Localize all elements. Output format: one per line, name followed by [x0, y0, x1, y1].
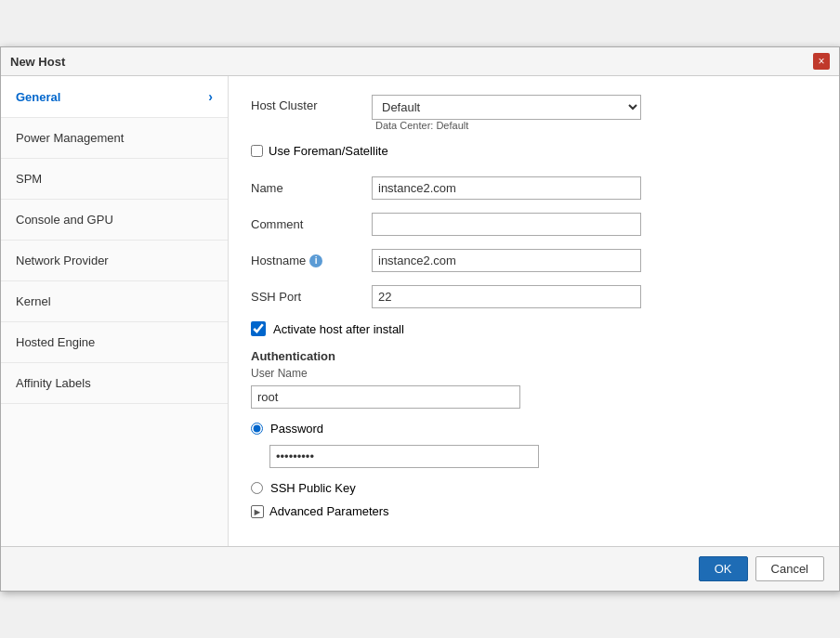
password-input-row [269, 445, 817, 468]
sidebar-item-label-console-gpu: Console and GPU [16, 213, 113, 227]
sidebar-item-label-affinity-labels: Affinity Labels [16, 376, 91, 390]
chevron-right-icon: › [208, 89, 213, 104]
ssh-port-row: SSH Port [251, 285, 817, 308]
foreman-row: Use Foreman/Satellite [251, 144, 817, 158]
ok-button[interactable]: OK [699, 556, 748, 581]
comment-input[interactable] [372, 213, 641, 236]
password-field [269, 445, 539, 468]
advanced-params-label[interactable]: Advanced Parameters [269, 504, 389, 518]
sidebar-item-spm[interactable]: SPM [1, 159, 228, 200]
data-center-info: Data Center: Default [375, 120, 641, 131]
username-label: User Name [251, 367, 817, 380]
hostname-input[interactable] [372, 249, 641, 272]
host-cluster-row: Host Cluster Default Data Center: Defaul… [251, 95, 817, 131]
password-input[interactable] [269, 445, 539, 468]
cancel-button[interactable]: Cancel [755, 556, 824, 581]
advanced-params-row: ► Advanced Parameters [251, 504, 817, 518]
close-button[interactable]: × [813, 53, 830, 70]
use-foreman-checkbox[interactable] [251, 145, 263, 157]
dialog-body: General › Power Management SPM Console a… [1, 76, 839, 546]
sidebar-item-label-network-provider: Network Provider [16, 254, 109, 267]
sidebar-item-network-provider[interactable]: Network Provider [1, 241, 228, 281]
comment-row: Comment [251, 213, 817, 236]
sidebar-item-label-kernel: Kernel [16, 294, 51, 308]
name-label: Name [251, 181, 372, 195]
activate-host-checkbox[interactable] [251, 321, 266, 336]
authentication-title: Authentication [251, 349, 817, 363]
hostname-label: Hostname i [251, 254, 372, 267]
hostname-row: Hostname i [251, 249, 817, 272]
name-input[interactable] [372, 176, 641, 200]
sidebar-item-label-spm: SPM [16, 172, 42, 186]
password-label[interactable]: Password [270, 422, 323, 436]
comment-field [372, 213, 641, 236]
ssh-key-radio-row: SSH Public Key [251, 481, 817, 495]
name-field [372, 176, 641, 200]
host-cluster-label: Host Cluster [251, 95, 372, 112]
use-foreman-label[interactable]: Use Foreman/Satellite [269, 144, 388, 158]
comment-label: Comment [251, 217, 372, 231]
sidebar-item-console-gpu[interactable]: Console and GPU [1, 200, 228, 241]
sidebar-item-kernel[interactable]: Kernel [1, 281, 228, 322]
ssh-key-label[interactable]: SSH Public Key [270, 481, 356, 495]
dialog-footer: OK Cancel [1, 546, 839, 591]
sidebar-item-affinity-labels[interactable]: Affinity Labels [1, 363, 228, 404]
sidebar-item-hosted-engine[interactable]: Hosted Engine [1, 322, 228, 363]
password-radio-row: Password [251, 422, 817, 436]
host-cluster-select[interactable]: Default [372, 95, 641, 120]
username-field [251, 385, 520, 409]
activate-host-label[interactable]: Activate host after install [273, 322, 404, 336]
host-cluster-field: Default Data Center: Default [372, 95, 641, 131]
dialog-title: New Host [10, 55, 65, 69]
authentication-section: Authentication User Name Password [251, 349, 817, 518]
name-row: Name [251, 176, 817, 200]
username-row [251, 385, 817, 409]
ssh-port-input[interactable] [372, 285, 641, 308]
sidebar: General › Power Management SPM Console a… [1, 76, 229, 546]
sidebar-item-power-management[interactable]: Power Management [1, 118, 228, 159]
ssh-key-radio[interactable] [251, 482, 263, 494]
hostname-field [372, 249, 641, 272]
expand-icon[interactable]: ► [251, 505, 264, 518]
dialog-titlebar: New Host × [1, 47, 839, 76]
username-input[interactable] [251, 385, 520, 409]
main-content: Host Cluster Default Data Center: Defaul… [229, 76, 839, 546]
new-host-dialog: New Host × General › Power Management SP… [0, 46, 840, 592]
password-radio[interactable] [251, 423, 263, 435]
hostname-info-icon[interactable]: i [309, 254, 322, 267]
ssh-port-label: SSH Port [251, 290, 372, 304]
sidebar-item-label-hosted-engine: Hosted Engine [16, 335, 95, 349]
sidebar-item-label-power-management: Power Management [16, 131, 124, 145]
ssh-port-field [372, 285, 641, 308]
sidebar-item-general[interactable]: General › [1, 76, 228, 118]
activate-host-row: Activate host after install [251, 321, 817, 336]
sidebar-item-label-general: General [16, 90, 60, 104]
